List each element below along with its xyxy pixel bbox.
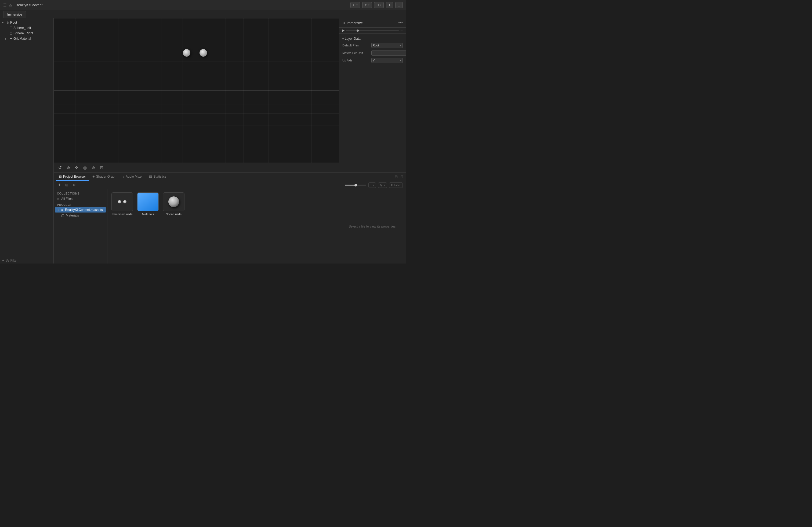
- right-panel-header: ⊙ Immersive •••: [339, 18, 406, 28]
- slider-fill: [345, 185, 356, 186]
- project-item-rkassets[interactable]: ▾ ◈ RealityKitContent.rkassets: [55, 207, 106, 212]
- frame-tool-btn[interactable]: ⊡: [99, 165, 105, 171]
- split-horizontal-icon[interactable]: ⊟: [394, 174, 398, 179]
- share-browser-icon[interactable]: ⬆: [57, 182, 62, 187]
- section-header-layer-data[interactable]: ▾ Layer Data: [339, 36, 406, 42]
- materials-folder-icon: ▢: [61, 214, 64, 217]
- sphere-left-3d: [183, 49, 190, 57]
- scope-filter-btn[interactable]: ◎ ▾: [378, 182, 387, 188]
- label-meters-per-unit: Meters Per Unit: [342, 51, 369, 55]
- tab-shader-graph[interactable]: ◈ Shader Graph: [89, 172, 119, 181]
- hamburger-icon[interactable]: ☰: [3, 3, 7, 7]
- collections-item-all-files[interactable]: ⊞ All Files: [54, 196, 107, 201]
- tab-immersive[interactable]: Immersive: [3, 11, 26, 18]
- slider-track[interactable]: [345, 185, 366, 186]
- rkassets-icon: ◈: [61, 208, 63, 212]
- scope-chevron: ▾: [384, 184, 385, 186]
- tree-label-root: Root: [10, 21, 17, 25]
- tree-item-sphere-right[interactable]: ▾ Sphere_Right: [0, 31, 54, 36]
- sort-icon: ↕: [370, 183, 372, 187]
- timeline-track[interactable]: [346, 30, 399, 31]
- shader-graph-tab-label: Shader Graph: [96, 175, 116, 178]
- project-item-materials[interactable]: ▢ Materials: [55, 213, 106, 218]
- move-tool-btn[interactable]: ✛: [74, 165, 80, 171]
- viewport: ↺ ⊕ ✛ ◎ ⊕ ⊡: [54, 18, 339, 172]
- scene-tree: ▾ ⊕ Root ▾ Sphere_Left ▾ Sphere_Right ▸ …: [0, 18, 54, 257]
- bottom-panel-right-btns: ⊟ ⊡: [394, 174, 404, 179]
- dropdown-value-y: Y: [373, 59, 375, 62]
- filter-input[interactable]: ⊕ Filter: [389, 182, 403, 188]
- orbit-tool-btn[interactable]: ◎: [82, 165, 88, 171]
- viewport-canvas[interactable]: [54, 18, 339, 163]
- left-sidebar: ▾ ⊕ Root ▾ Sphere_Left ▾ Sphere_Right ▸ …: [0, 18, 54, 264]
- file-name-materials: Materials: [142, 212, 154, 216]
- tab-statistics[interactable]: ▦ Statistics: [146, 172, 170, 181]
- undo-redo-btn[interactable]: ↩ ▾: [350, 2, 360, 8]
- audio-mixer-tab-icon: ♪: [123, 175, 124, 178]
- rkassets-chevron-icon: ▾: [58, 209, 59, 211]
- vp-hline-2: [54, 114, 339, 114]
- split-vertical-icon[interactable]: ⊡: [400, 174, 404, 179]
- play-btn[interactable]: ▶: [342, 29, 345, 32]
- sort-chevron-icon: ▾: [373, 184, 374, 186]
- file-item-scene[interactable]: Scene.usda: [162, 192, 185, 216]
- add-btn[interactable]: +: [386, 2, 393, 8]
- property-row-meters: Meters Per Unit: [339, 49, 406, 57]
- thumb-folder-content: [137, 193, 158, 211]
- playback-bar: ▶ ···: [339, 28, 406, 33]
- zoom-slider[interactable]: [345, 185, 366, 186]
- add-item-icon[interactable]: +: [2, 258, 4, 262]
- more-btn[interactable]: •••: [398, 20, 403, 25]
- file-item-materials[interactable]: Materials: [136, 192, 160, 216]
- materials-label: Materials: [66, 214, 79, 217]
- immersive-icon: ⊙: [342, 21, 345, 25]
- tree-item-sphere-left[interactable]: ▾ Sphere_Left: [0, 25, 54, 31]
- scope-icon[interactable]: ◎: [6, 258, 9, 262]
- slider-thumb: [354, 184, 357, 186]
- project-browser-tab-label: Project Browser: [63, 175, 86, 178]
- tab-audio-mixer[interactable]: ♪ Audio Mixer: [119, 172, 146, 181]
- viewport-toolbar: ↺ ⊕ ✛ ◎ ⊕ ⊡: [54, 163, 339, 172]
- file-grid: Immersive.usda Materials: [107, 189, 339, 264]
- bottom-right-info: Select a file to view its properties.: [339, 189, 406, 264]
- dropdown-default-prim[interactable]: Root ▾: [371, 43, 403, 48]
- file-item-immersive[interactable]: Immersive.usda: [111, 192, 134, 216]
- tab-project-browser[interactable]: ⊡ Project Browser: [56, 172, 89, 181]
- rkassets-label: RealityKitContent.rkassets: [65, 208, 103, 212]
- file-thumb-materials: [137, 192, 159, 211]
- zoom-tool-btn[interactable]: ⊕: [90, 165, 97, 171]
- folder-browser-icon[interactable]: ⊞: [64, 182, 69, 187]
- collections-sidebar: Collections ⊞ All Files Project ▾ ◈ Real…: [54, 189, 107, 264]
- sort-btn[interactable]: ↕ ▾: [368, 182, 376, 188]
- project-section-title: Project: [54, 201, 107, 207]
- add-object-btn[interactable]: ⊕: [65, 165, 71, 171]
- grid-material-icon: ✦: [10, 37, 12, 41]
- input-meters-per-unit[interactable]: [371, 50, 406, 56]
- timeline-thumb: [357, 30, 359, 32]
- rotate-tool-btn[interactable]: ↺: [57, 165, 63, 171]
- share-btn[interactable]: ⬆ ▾: [362, 2, 372, 8]
- scope-icon2: ◎: [380, 183, 383, 187]
- property-row-default-prim: Default Prim Root ▾: [339, 42, 406, 49]
- browser-content: Collections ⊞ All Files Project ▾ ◈ Real…: [54, 189, 406, 264]
- select-file-text: Select a file to view its properties.: [343, 219, 402, 234]
- app-title: RealityKitContent: [16, 3, 42, 7]
- tree-label-sphere-right: Sphere_Right: [13, 31, 33, 35]
- file-thumb-immersive: [112, 192, 133, 211]
- title-bar-left: ☰ ⚠ RealityKitContent: [3, 3, 42, 7]
- tree-item-root[interactable]: ▾ ⊕ Root: [0, 20, 54, 25]
- filter-label: Filter: [11, 259, 51, 262]
- tab-bar: Immersive: [0, 10, 406, 18]
- dropdown-up-axis[interactable]: Y ▾: [371, 58, 403, 63]
- camera-btn[interactable]: ⊡ ▾: [374, 2, 384, 8]
- browser-area: ⬆ ⊞ ⚙ ↕ ▾ ◎: [54, 181, 406, 264]
- settings-browser-icon[interactable]: ⚙: [71, 182, 77, 187]
- label-up-axis: Up Axis: [342, 59, 369, 62]
- tree-item-gridmaterial[interactable]: ▸ ✦ GridMaterial: [0, 36, 54, 41]
- file-name-scene: Scene.usda: [166, 212, 182, 216]
- camera-icon: ⊡: [376, 3, 379, 7]
- collections-title: Collections: [54, 191, 107, 196]
- title-bar: ☰ ⚠ RealityKitContent ↩ ▾ ⬆ ▾ ⊡ ▾ + ◫: [0, 0, 406, 10]
- label-default-prim: Default Prim: [342, 44, 369, 47]
- layout-btn[interactable]: ◫: [395, 2, 403, 8]
